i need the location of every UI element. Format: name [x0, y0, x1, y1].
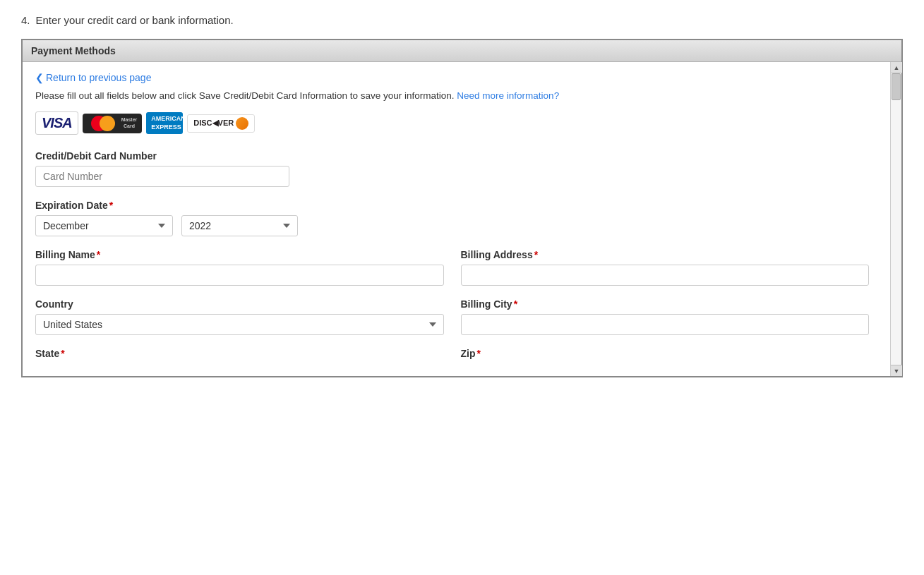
state-section: State*	[35, 348, 444, 363]
billing-city-section: Billing City*	[461, 298, 870, 335]
payment-panel: Payment Methods ❮ Return to previous pag…	[21, 39, 903, 377]
billing-name-label: Billing Name*	[35, 249, 444, 260]
expiration-label: Expiration Date*	[35, 200, 869, 211]
discover-logo: DISC◀VER	[187, 114, 255, 133]
billing-name-input[interactable]	[35, 265, 444, 286]
month-select[interactable]: December January February March April Ma…	[35, 215, 173, 236]
country-select[interactable]: United States Canada United Kingdom Aust…	[35, 314, 444, 335]
state-zip-row: State* Zip*	[35, 348, 869, 363]
card-number-label: Credit/Debit Card Number	[35, 150, 869, 162]
scroll-track	[891, 73, 901, 365]
back-link-text: Return to previous page	[46, 72, 151, 83]
country-section: Country United States Canada United King…	[35, 298, 444, 335]
need-more-info-link[interactable]: Need more information?	[457, 90, 559, 101]
scrollbar: ▲ ▼	[890, 62, 901, 376]
amex-logo: AMERICANEXPRESS	[146, 112, 183, 134]
back-chevron-icon: ❮	[35, 72, 44, 83]
zip-label: Zip*	[461, 348, 870, 359]
zip-section: Zip*	[461, 348, 870, 363]
billing-city-input[interactable]	[461, 314, 870, 335]
billing-address-label: Billing Address*	[461, 249, 870, 260]
billing-name-section: Billing Name*	[35, 249, 444, 286]
discover-dot	[236, 117, 248, 130]
country-label: Country	[35, 298, 444, 310]
country-city-row: Country United States Canada United King…	[35, 298, 869, 335]
scroll-up-button[interactable]: ▲	[891, 62, 902, 73]
expiry-row: December January February March April Ma…	[35, 215, 869, 236]
billing-address-input[interactable]	[461, 265, 870, 286]
expiration-section: Expiration Date* December January Februa…	[35, 200, 869, 236]
mc-orange-circle	[100, 116, 115, 131]
mastercard-logo: MasterCard	[83, 114, 143, 133]
discover-text: DISC◀VER	[193, 119, 234, 128]
billing-city-label: Billing City*	[461, 298, 870, 310]
step-instruction: 4. Enter your credit card or bank inform…	[21, 14, 903, 26]
panel-header: Payment Methods	[23, 40, 901, 62]
panel-title: Payment Methods	[31, 45, 116, 56]
mastercard-text: MasterCard	[121, 117, 138, 129]
scroll-down-button[interactable]: ▼	[891, 365, 902, 376]
back-link[interactable]: ❮ Return to previous page	[35, 72, 151, 83]
description-text: Please fill out all fields below and cli…	[35, 89, 869, 103]
state-label: State*	[35, 348, 444, 359]
visa-logo: VISA	[35, 111, 78, 135]
card-number-section: Credit/Debit Card Number	[35, 150, 869, 187]
billing-address-section: Billing Address*	[461, 249, 870, 286]
year-select[interactable]: 2022 2023 2024 2025 2026 2027	[181, 215, 298, 236]
scroll-thumb[interactable]	[892, 73, 901, 100]
panel-body: ❮ Return to previous page Please fill ou…	[23, 62, 890, 376]
card-number-input[interactable]	[35, 166, 289, 187]
step-text: Enter your credit card or bank informati…	[36, 14, 234, 26]
card-logos: VISA MasterCard AMERICANEXPRESS DISC◀VER	[35, 111, 869, 135]
step-number: 4.	[21, 14, 30, 26]
billing-name-address-row: Billing Name* Billing Address*	[35, 249, 869, 286]
